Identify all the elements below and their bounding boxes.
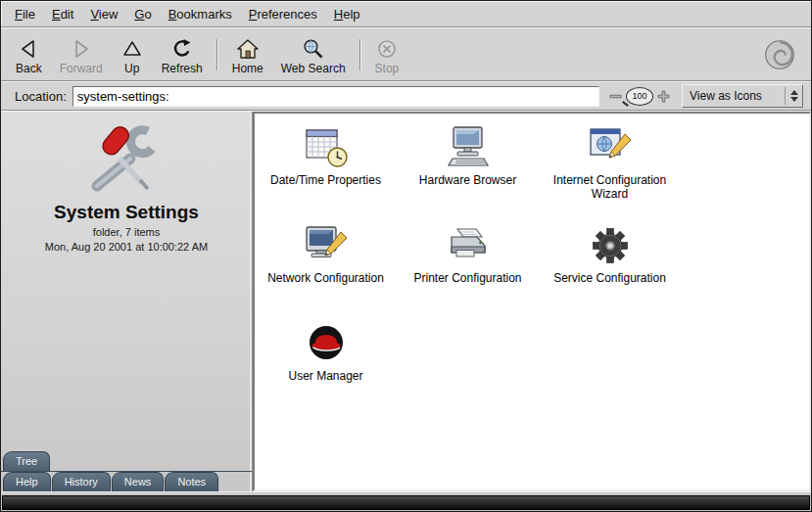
sidebar-tab-tree[interactable]: Tree [3,451,50,471]
file-icon-printer-configuration[interactable]: Printer Configuration [397,221,539,305]
sidebar-tab-notes[interactable]: Notes [165,472,218,491]
file-icon-user-manager[interactable]: User Manager [255,319,397,403]
sidebar-title: System Settings [54,202,199,223]
arrow-down-icon [790,97,798,102]
nautilus-window: FileEditViewGoBookmarksPreferencesHelp B… [0,0,812,512]
menu-help[interactable]: Help [334,7,360,22]
view-as-dropdown[interactable]: View as Icons [682,84,803,108]
zoom-level-value: 100 [632,91,646,101]
web-search-icon [301,37,326,61]
file-icon-label: Date/Time Properties [270,173,381,187]
sidebar-tab-row-1: Tree [1,451,252,472]
up-button[interactable]: Up [112,34,153,78]
web-search-button[interactable]: Web Search [272,34,355,78]
datetime-icon [303,123,350,170]
location-bar: Location: 100 View as Icons [1,81,811,111]
back-button[interactable]: Back [7,34,51,78]
user-manager-icon [303,319,350,366]
status-bar [1,491,811,511]
network-config-icon [303,221,350,268]
toolbar-button-label: Home [232,62,263,75]
menu-go[interactable]: Go [134,7,151,22]
stop-button: Stop [366,34,408,78]
menu-edit[interactable]: Edit [52,7,73,22]
arrow-up-icon [790,90,798,95]
up-icon [120,37,144,61]
sidebar-spacer [1,253,252,451]
file-icon-hardware-browser[interactable]: Hardware Browser [397,123,539,208]
internet-config-icon [587,123,634,170]
file-icon-label: Network Configuration [267,271,384,285]
sidebar-tab-news[interactable]: News [112,472,165,491]
menu-preferences[interactable]: Preferences [249,7,317,22]
toolbar-separator [216,39,218,70]
zoom-out-button[interactable] [609,90,622,103]
sidebar-tab-row-2: HelpHistoryNewsNotes [1,472,252,491]
dropdown-arrows-icon [785,87,799,105]
home-icon [236,37,260,61]
sidebar-tab-history[interactable]: History [52,472,111,491]
throbber-icon [762,37,797,72]
location-input[interactable] [72,86,599,107]
toolbar-button-label: Back [16,62,42,75]
status-field [2,495,810,510]
view-as-label: View as Icons [690,89,762,103]
toolbar-button-label: Web Search [281,62,346,75]
icon-grid: Date/Time PropertiesHardware BrowserInte… [255,114,705,417]
menubar: FileEditViewGoBookmarksPreferencesHelp [1,1,811,27]
refresh-icon [170,37,194,61]
file-icon-date-time-properties[interactable]: Date/Time Properties [255,123,397,208]
toolbar-button-label: Forward [60,62,103,75]
toolbar: BackForwardUpRefreshHomeWeb SearchStop [1,27,811,81]
file-icon-service-configuration[interactable]: Service Configuration [539,221,681,305]
home-button[interactable]: Home [223,34,272,78]
toolbar-button-label: Stop [375,62,400,75]
sidebar: System Settings folder, 7 items Mon, Aug… [1,112,253,491]
forward-icon [70,37,93,61]
refresh-button[interactable]: Refresh [153,34,212,78]
toolbar-button-label: Refresh [162,62,203,75]
content-pane: Date/Time PropertiesHardware BrowserInte… [253,112,811,491]
tools-icon [79,123,173,196]
stop-icon [375,37,399,61]
toolbar-separator [359,39,361,70]
menu-bookmarks[interactable]: Bookmarks [168,7,232,22]
file-icon-label: Service Configuration [553,271,666,285]
main-area: System Settings folder, 7 items Mon, Aug… [1,111,811,491]
file-icon-internet-configuration-wizard[interactable]: Internet Configuration Wizard [539,123,681,208]
file-icon-label: Printer Configuration [413,271,521,285]
back-icon [17,37,40,61]
hardware-icon [445,123,492,170]
file-icon-label: Internet Configuration Wizard [543,173,678,202]
printer-config-icon [445,221,492,268]
menu-file[interactable]: File [15,7,35,22]
location-label: Location: [15,89,67,104]
sidebar-tab-help[interactable]: Help [3,472,51,491]
zoom-level-indicator[interactable]: 100 [626,87,653,106]
zoom-in-button[interactable] [657,90,670,103]
toolbar-buttons: BackForwardUpRefreshHomeWeb SearchStop [7,30,407,78]
zoom-controls: 100 [609,87,670,106]
toolbar-button-label: Up [124,62,139,75]
file-icon-label: User Manager [288,369,362,383]
sidebar-item-count: folder, 7 items [93,226,160,238]
forward-button: Forward [51,34,112,78]
file-icon-label: Hardware Browser [419,173,516,187]
file-icon-network-configuration[interactable]: Network Configuration [255,221,397,305]
sidebar-modified-date: Mon, Aug 20 2001 at 10:00:22 AM [45,241,208,253]
menu-view[interactable]: View [90,7,118,22]
service-config-icon [587,221,634,268]
